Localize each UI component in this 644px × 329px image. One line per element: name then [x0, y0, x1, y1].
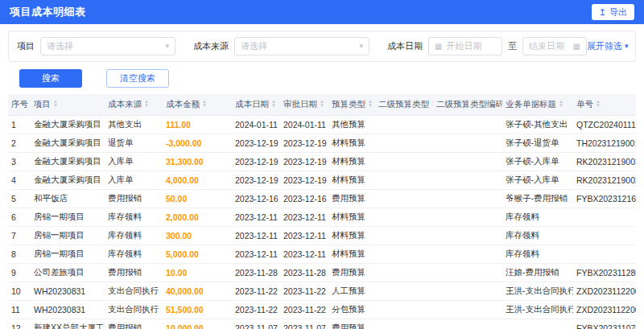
expand-filters-toggle[interactable]: 展开筛选 ▾ — [587, 40, 629, 52]
table-row: 8房锦一期项目库存领料5,000.002023-12-112023-12-11材… — [8, 245, 636, 264]
table-cell: ZXD20231122001 — [573, 301, 636, 319]
table-cell: 9 — [8, 264, 31, 282]
table-cell: 2024-01-11 — [280, 116, 328, 134]
table-cell: 2023-11-22 — [280, 282, 328, 301]
table-cell: 爷猴子-费用报销 — [502, 190, 573, 208]
table-cell: 费用预算 — [328, 264, 375, 282]
column-header-label: 二级预算类型编码 — [436, 99, 502, 109]
sort-icon[interactable]: ▲▼ — [202, 100, 207, 108]
table-cell: 费用报销 — [105, 264, 163, 282]
table-cell: 3 — [8, 153, 31, 171]
column-header[interactable]: 预算类型▲▼ — [328, 94, 375, 116]
sort-icon[interactable]: ▲▼ — [271, 100, 276, 108]
column-header[interactable]: 序号▲▼ — [8, 94, 31, 116]
table-cell — [433, 319, 502, 329]
table-row: 5和平饭店费用报销50.002023-12-162023-12-16费用预算爷猴… — [8, 190, 636, 208]
table-cell: 支出合同执行 — [105, 282, 163, 301]
table-cell — [433, 264, 502, 282]
table-cell: 张子硕-其他支出 — [502, 116, 573, 134]
column-header[interactable]: 成本来源▲▼ — [105, 94, 163, 116]
table-cell: 金融大厦采购项目 — [31, 171, 105, 190]
table-cell: 12 — [8, 319, 31, 329]
column-header-label: 项目 — [34, 99, 51, 109]
table-cell — [573, 245, 636, 264]
sort-icon[interactable]: ▲▼ — [431, 100, 433, 108]
table-cell: 库存领料 — [105, 245, 163, 264]
column-header[interactable]: 成本金额▲▼ — [163, 94, 232, 116]
table-row: 9公司差旅项目费用报销10.002023-11-282023-11-28费用预算… — [8, 264, 636, 282]
table-row: 7房锦一期项目库存领料300.002023-12-112023-12-11材料预… — [8, 227, 636, 245]
table-cell: 2023-12-19 — [232, 134, 280, 153]
export-button[interactable]: ↥ 导出 — [592, 4, 634, 20]
table-cell: 4,000.00 — [163, 171, 232, 190]
column-header-label: 业务单据标题 — [506, 99, 556, 109]
topbar: 项目成本明细表 ↥ 导出 — [0, 0, 644, 24]
table-cell — [433, 301, 502, 319]
cost-source-select-placeholder: 请选择 — [241, 40, 267, 52]
table-cell — [375, 190, 433, 208]
table-cell: 8 — [8, 245, 31, 264]
table-cell: 和平饭店 — [31, 190, 105, 208]
cost-detail-table: 序号▲▼项目▲▼成本来源▲▼成本金额▲▼成本日期▲▼审批日期▲▼预算类型▲▼二级… — [8, 94, 636, 329]
search-button[interactable]: 搜索 — [19, 69, 82, 88]
table-cell — [375, 227, 433, 245]
table-cell — [375, 319, 433, 329]
filter-group-cost-date: 成本日期 ▦ 开始日期 至 结束日期 ▦ — [387, 37, 587, 56]
column-header[interactable]: 二级预算类型编码▲▼ — [433, 94, 502, 116]
table-cell: 4 — [8, 171, 31, 190]
table-cell: 2023-11-22 — [232, 282, 280, 301]
table-cell — [433, 171, 502, 190]
column-header[interactable]: 审批日期▲▼ — [280, 94, 328, 116]
export-icon: ↥ — [599, 8, 606, 17]
table-cell: 分包预算 — [328, 301, 375, 319]
table-cell: 材料预算 — [328, 208, 375, 227]
table-cell: 费用预算 — [328, 319, 375, 329]
filter-group-project: 项目 请选择 ▾ — [17, 37, 175, 56]
cost-date-filter-label: 成本日期 — [387, 40, 423, 52]
table-row: 1金融大厦采购项目其他支出111.002024-01-112024-01-11其… — [8, 116, 636, 134]
table-cell — [433, 134, 502, 153]
table-cell: 其他预算 — [328, 116, 375, 134]
cost-date-end-input[interactable]: 结束日期 ▦ — [522, 37, 587, 56]
sort-icon[interactable]: ▲▼ — [559, 100, 564, 108]
table-cell: 5 — [8, 190, 31, 208]
cost-source-filter-label: 成本来源 — [193, 40, 229, 52]
column-header[interactable]: 单号▲▼ — [573, 94, 636, 116]
sort-icon[interactable]: ▲▼ — [144, 100, 149, 108]
table-cell: 2023-12-16 — [232, 190, 280, 208]
table-cell: 材料预算 — [328, 227, 375, 245]
column-header[interactable]: 二级预算类型▲▼ — [375, 94, 433, 116]
column-header[interactable]: 项目▲▼ — [31, 94, 105, 116]
sort-icon[interactable]: ▲▼ — [596, 100, 601, 108]
table-cell: 51,500.00 — [163, 301, 232, 319]
table-cell: 50.00 — [163, 190, 232, 208]
table-cell: 2023-12-11 — [232, 245, 280, 264]
sort-icon[interactable]: ▲▼ — [53, 100, 58, 108]
table-cell: 300.00 — [163, 227, 232, 245]
table-cell: ZXD20231122002 — [573, 282, 636, 301]
table-cell: 金融大厦采购项目 — [31, 134, 105, 153]
app-window: 项目成本明细表 ↥ 导出 项目 请选择 ▾ 成本来源 请选择 ▾ — [0, 0, 644, 329]
table-cell: 费用报销 — [105, 190, 163, 208]
table-cell: 2023-12-11 — [280, 245, 328, 264]
project-select[interactable]: 请选择 ▾ — [40, 37, 175, 56]
table-cell — [433, 190, 502, 208]
table-row: 10WH20230831支出合同执行40,000.002023-11-22202… — [8, 282, 636, 301]
content-area: 项目 请选择 ▾ 成本来源 请选择 ▾ 成本日期 ▦ 开始日期 — [0, 24, 644, 329]
chevron-down-icon: ▾ — [165, 43, 169, 50]
table-cell: RK20231219002 — [573, 171, 636, 190]
table-cell: 10,000.00 — [163, 319, 232, 329]
action-button-row: 搜索 清空搜索 — [19, 69, 636, 88]
page-title: 项目成本明细表 — [10, 5, 86, 19]
sort-icon[interactable]: ▲▼ — [368, 100, 373, 108]
table-cell: 公司差旅项目 — [31, 264, 105, 282]
clear-search-button[interactable]: 清空搜索 — [106, 69, 169, 88]
table-cell: 2023-12-19 — [280, 153, 328, 171]
cost-source-select[interactable]: 请选择 ▾ — [234, 37, 369, 56]
table-cell: 10.00 — [163, 264, 232, 282]
column-header[interactable]: 成本日期▲▼ — [232, 94, 280, 116]
cost-date-start-input[interactable]: ▦ 开始日期 — [428, 37, 502, 56]
sort-icon[interactable]: ▲▼ — [320, 100, 324, 108]
column-header[interactable]: 业务单据标题▲▼ — [502, 94, 573, 116]
column-header-label: 审批日期 — [283, 99, 317, 109]
